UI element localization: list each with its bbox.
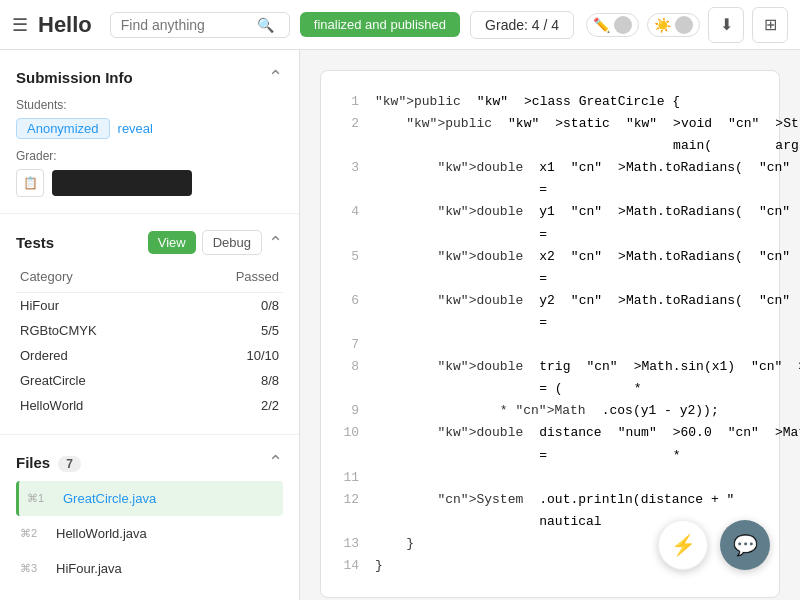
line-number: 9 [341, 400, 359, 422]
line-number: 2 [341, 113, 359, 157]
table-row: HelloWorld2/2 [16, 393, 283, 418]
code-line: 10 "kw">double distance = "num">60.0 * "… [341, 422, 759, 466]
table-row: Ordered10/10 [16, 343, 283, 368]
code-line: 8 "kw">double trig = ("cn">Math.sin(x1) … [341, 356, 759, 400]
sun-toggle-dot[interactable] [675, 16, 693, 34]
code-text: * "cn">Math [375, 400, 586, 422]
tests-section: Tests View Debug ⌃ Category Passed HiFou… [0, 214, 299, 435]
pen-toggle[interactable]: ✏️ [586, 13, 639, 37]
topbar: ☰ Hello 🔍 finalized and published Grade:… [0, 0, 800, 50]
file-name: HiFour.java [56, 561, 122, 576]
list-item[interactable]: ⌘1GreatCircle.java [16, 481, 283, 516]
line-number: 1 [341, 91, 359, 113]
file-name: HelloWorld.java [56, 526, 147, 541]
files-section: Files 7 ⌃ ⌘1GreatCircle.java⌘2HelloWorld… [0, 435, 299, 594]
table-row: GreatCircle8/8 [16, 368, 283, 393]
code-text: "kw">double [375, 356, 523, 400]
lightning-fab[interactable]: ⚡ [658, 520, 708, 570]
line-number: 13 [341, 533, 359, 555]
anonymized-badge: Anonymized [16, 118, 110, 139]
code-text: "kw">double [375, 290, 523, 334]
code-line: 11 [341, 467, 759, 489]
line-number: 10 [341, 422, 359, 466]
code-line: 6 "kw">double y2 = "cn">Math.toRadians("… [341, 290, 759, 334]
code-text: } [375, 555, 383, 577]
sidebar: Submission Info ⌃ Students: Anonymized r… [0, 50, 300, 600]
download-button[interactable]: ⬇ [708, 7, 744, 43]
code-text: } [375, 533, 414, 555]
pen-icon: ✏️ [593, 17, 610, 33]
line-number: 5 [341, 246, 359, 290]
code-text: "kw">public [375, 113, 492, 157]
app-title: Hello [38, 12, 92, 38]
table-row: HiFour0/8 [16, 293, 283, 319]
file-shortcut: ⌘3 [20, 562, 48, 575]
files-title: Files 7 [16, 454, 81, 471]
code-line: 7 [341, 334, 759, 356]
test-category: HiFour [16, 293, 182, 319]
line-number: 6 [341, 290, 359, 334]
search-bar: 🔍 [110, 12, 290, 38]
debug-button[interactable]: Debug [202, 230, 262, 255]
fab-container: ⚡ 💬 [658, 520, 770, 570]
code-text: "kw">public [375, 91, 461, 113]
submission-info-section: Submission Info ⌃ Students: Anonymized r… [0, 50, 299, 214]
files-list: ⌘1GreatCircle.java⌘2HelloWorld.java⌘3HiF… [16, 481, 283, 586]
code-text: "cn">System [375, 489, 523, 533]
code-text: "kw">double [375, 422, 523, 466]
view-button[interactable]: View [148, 231, 196, 254]
pen-toggle-dot[interactable] [614, 16, 632, 34]
test-category: RGBtoCMYK [16, 318, 182, 343]
tests-header: Tests View Debug ⌃ [16, 230, 283, 255]
test-passed: 8/8 [182, 368, 283, 393]
chat-fab[interactable]: 💬 [720, 520, 770, 570]
menu-icon[interactable]: ☰ [12, 14, 28, 36]
code-area: 1"kw">public "kw">class GreatCircle {2 "… [300, 50, 800, 600]
line-number: 12 [341, 489, 359, 533]
submission-info-header: Submission Info ⌃ [16, 66, 283, 88]
grid-button[interactable]: ⊞ [752, 7, 788, 43]
topbar-actions: ✏️ ☀️ ⬇ ⊞ [586, 7, 788, 43]
grader-icon: 📋 [16, 169, 44, 197]
sun-icon: ☀️ [654, 17, 671, 33]
code-text: "kw">double [375, 201, 523, 245]
category-col-header: Category [16, 265, 182, 293]
files-title-text: Files [16, 454, 50, 471]
line-number: 14 [341, 555, 359, 577]
grader-bar [52, 170, 192, 196]
students-label: Students: [16, 98, 283, 112]
tests-collapse[interactable]: ⌃ [268, 232, 283, 254]
line-number: 4 [341, 201, 359, 245]
tests-actions: View Debug ⌃ [148, 230, 283, 255]
code-line: 2 "kw">public "kw">static "kw">void main… [341, 113, 759, 157]
grade-badge: Grade: 4 / 4 [470, 11, 574, 39]
code-card: 1"kw">public "kw">class GreatCircle {2 "… [320, 70, 780, 598]
test-passed: 10/10 [182, 343, 283, 368]
test-category: HelloWorld [16, 393, 182, 418]
sun-toggle[interactable]: ☀️ [647, 13, 700, 37]
search-input[interactable] [121, 17, 251, 33]
list-item[interactable]: ⌘3HiFour.java [16, 551, 283, 586]
list-item[interactable]: ⌘2HelloWorld.java [16, 516, 283, 551]
file-shortcut: ⌘2 [20, 527, 48, 540]
code-line: 5 "kw">double x2 = "cn">Math.toRadians("… [341, 246, 759, 290]
reveal-link[interactable]: reveal [118, 121, 153, 136]
files-header: Files 7 ⌃ [16, 451, 283, 473]
grader-row: 📋 [16, 169, 283, 197]
code-text: "kw">double [375, 246, 523, 290]
code-line: 9 * "cn">Math.cos(y1 - y2)); [341, 400, 759, 422]
code-line: 1"kw">public "kw">class GreatCircle { [341, 91, 759, 113]
submission-info-collapse[interactable]: ⌃ [268, 66, 283, 88]
search-icon: 🔍 [257, 17, 274, 33]
code-line: 4 "kw">double y1 = "cn">Math.toRadians("… [341, 201, 759, 245]
test-passed: 5/5 [182, 318, 283, 343]
line-number: 11 [341, 467, 359, 489]
test-category: Ordered [16, 343, 182, 368]
files-collapse[interactable]: ⌃ [268, 451, 283, 473]
line-number: 3 [341, 157, 359, 201]
table-row: RGBtoCMYK5/5 [16, 318, 283, 343]
passed-col-header: Passed [182, 265, 283, 293]
students-row: Anonymized reveal [16, 118, 283, 139]
grader-label: Grader: [16, 149, 283, 163]
submission-info-title: Submission Info [16, 69, 133, 86]
